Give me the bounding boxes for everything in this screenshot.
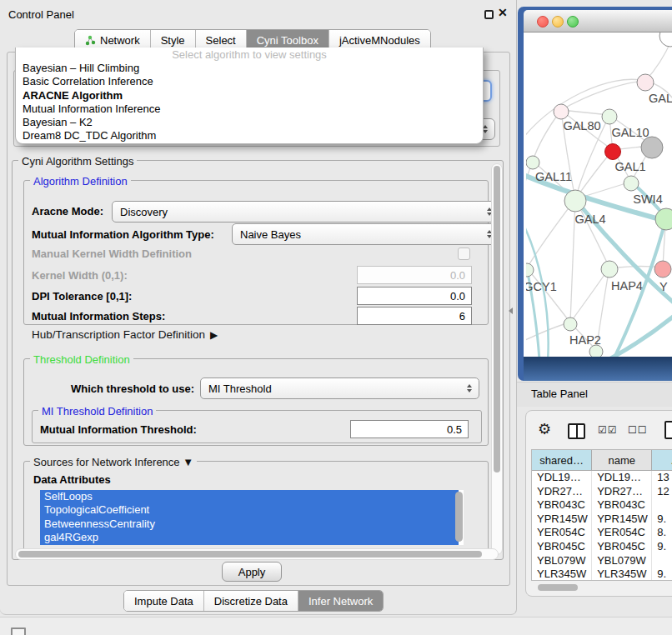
aracne-mode-combobox[interactable]: Discovery bbox=[112, 201, 499, 222]
expand-right-icon[interactable]: ▶ bbox=[210, 329, 218, 341]
cyni-bottom-tabbar: Impute Data Discretize Data Infer Networ… bbox=[123, 590, 384, 612]
attribute-list-item[interactable]: SelfLoops bbox=[40, 490, 459, 503]
network-node[interactable] bbox=[589, 345, 603, 357]
settings-vertical-scrollbar[interactable] bbox=[491, 163, 503, 555]
mi-algorithm-type-combobox[interactable]: Naive Bayes bbox=[232, 223, 499, 245]
network-node-label: HAP4 bbox=[611, 279, 643, 292]
network-canvas-area[interactable]: GALGAL80GAL10GAL1GAL11SWI4GAL4GCY1HAP4YH… bbox=[524, 32, 672, 357]
tab-discretize-data[interactable]: Discretize Data bbox=[204, 591, 298, 611]
network-node[interactable] bbox=[564, 190, 586, 212]
table-row[interactable]: YBR045CYBR045C9. bbox=[532, 540, 672, 554]
network-node-label: GAL1 bbox=[614, 160, 645, 173]
table-cell: 9. bbox=[652, 568, 672, 581]
column-header[interactable]: A bbox=[652, 450, 672, 470]
network-node-label: GAL11 bbox=[535, 170, 572, 183]
network-node[interactable] bbox=[554, 104, 569, 119]
hide-columns-icon[interactable]: ☐☐ bbox=[628, 424, 648, 436]
attribute-list-item[interactable]: TopologicalCoefficient bbox=[40, 503, 459, 517]
table-file-icon[interactable] bbox=[664, 421, 672, 439]
collapse-down-icon[interactable]: ▼ bbox=[183, 456, 193, 468]
network-node-label: GAL80 bbox=[563, 119, 600, 132]
mi-threshold-input[interactable] bbox=[350, 420, 469, 438]
network-node[interactable] bbox=[526, 156, 539, 169]
table-row[interactable]: YLR345WYLR345W9. bbox=[532, 568, 672, 581]
network-node-label: GAL10 bbox=[611, 126, 649, 139]
algorithm-option[interactable]: ARACNE Algorithm bbox=[16, 89, 483, 102]
table-cell: YDR27… bbox=[592, 485, 652, 499]
table-panel-body: ⚙ ☑☑ ☐☐ shared… name A YDL19…YDL19…13YDR… bbox=[525, 410, 672, 597]
apply-button[interactable]: Apply bbox=[222, 562, 282, 582]
network-node[interactable] bbox=[654, 261, 671, 278]
table-row[interactable]: YBL079WYBL079W bbox=[532, 554, 672, 568]
network-node[interactable] bbox=[624, 176, 639, 191]
table-cell: YER054C bbox=[532, 526, 592, 540]
mi-steps-input[interactable] bbox=[357, 307, 472, 325]
minimized-panel-icon[interactable] bbox=[11, 628, 26, 635]
network-edge[interactable] bbox=[561, 81, 645, 110]
scrollbar-thumb[interactable] bbox=[18, 551, 482, 558]
dpi-tolerance-input[interactable] bbox=[357, 287, 472, 305]
algorithm-option[interactable]: Bayesian – Hill Climbing bbox=[16, 62, 483, 75]
network-node[interactable] bbox=[655, 208, 672, 230]
network-node[interactable] bbox=[605, 144, 621, 160]
tab-impute-data[interactable]: Impute Data bbox=[124, 591, 204, 611]
kernel-width-input[interactable] bbox=[357, 266, 472, 284]
tab-network-label: Network bbox=[100, 34, 140, 47]
network-node[interactable] bbox=[637, 74, 654, 91]
column-layout-icon[interactable] bbox=[568, 423, 585, 439]
network-edge[interactable] bbox=[606, 314, 672, 357]
close-window-icon[interactable] bbox=[537, 16, 549, 28]
table-horizontal-scrollbar[interactable] bbox=[538, 584, 578, 591]
algorithm-option[interactable]: Dream8 DC_TDC Algorithm bbox=[16, 129, 483, 142]
attribute-list-item[interactable]: BetweennessCentrality bbox=[40, 518, 459, 531]
minimize-window-icon[interactable] bbox=[552, 16, 564, 28]
table-cell: YBR043C bbox=[592, 498, 652, 512]
manual-kernel-width-checkbox[interactable] bbox=[458, 248, 470, 260]
network-canvas[interactable]: GALGAL80GAL10GAL1GAL11SWI4GAL4GCY1HAP4YH… bbox=[526, 32, 672, 357]
table-cell: YPR145W bbox=[592, 512, 652, 527]
network-node[interactable] bbox=[659, 32, 672, 47]
algorithm-option[interactable]: Bayesian – K2 bbox=[16, 116, 483, 129]
table-cell bbox=[652, 498, 672, 512]
table-row[interactable]: YBR043CYBR043C bbox=[532, 498, 672, 512]
show-columns-icon[interactable]: ☑☑ bbox=[598, 424, 618, 436]
network-node[interactable] bbox=[602, 109, 617, 124]
network-node-label: GCY1 bbox=[526, 280, 557, 293]
network-node[interactable] bbox=[601, 261, 618, 278]
which-threshold-combobox[interactable]: MI Threshold bbox=[200, 378, 479, 399]
attribute-list-item[interactable]: gal4RGexp bbox=[40, 531, 459, 544]
hub-definition-expander[interactable]: Hub/Transcription Factor Definition▶ bbox=[32, 328, 218, 341]
status-strip bbox=[0, 617, 672, 635]
table-row[interactable]: YDL19…YDL19…13 bbox=[532, 471, 672, 485]
scrollbar-thumb[interactable] bbox=[494, 166, 500, 472]
attributes-list-scrollbar[interactable] bbox=[455, 492, 463, 542]
table-cell: 8. bbox=[652, 526, 672, 540]
threshold-definition-legend: Threshold Definition bbox=[30, 353, 133, 366]
zoom-window-icon[interactable] bbox=[567, 16, 579, 28]
close-panel-icon[interactable]: ✕ bbox=[498, 6, 508, 19]
sources-legend[interactable]: Sources for Network Inference ▼ bbox=[30, 456, 197, 468]
network-edge[interactable] bbox=[570, 268, 609, 322]
table-row[interactable]: YPR145WYPR145W9. bbox=[532, 512, 672, 527]
table-row[interactable]: YER054CYER054C8. bbox=[532, 526, 672, 540]
cyni-algorithm-settings-legend: Cyni Algorithm Settings bbox=[18, 155, 137, 168]
network-node[interactable] bbox=[564, 318, 577, 331]
settings-gear-icon[interactable]: ⚙ bbox=[538, 422, 551, 437]
app-root: Control Panel ✕ Network Style Select Cyn… bbox=[0, 0, 672, 635]
network-node[interactable] bbox=[641, 137, 663, 158]
network-node-label: GAL4 bbox=[574, 212, 605, 226]
column-header[interactable]: shared… bbox=[532, 450, 592, 470]
float-window-icon[interactable] bbox=[484, 10, 494, 19]
table-cell: YDR27… bbox=[532, 485, 592, 499]
splitter-collapse-arrow[interactable] bbox=[509, 308, 513, 314]
column-header[interactable]: name bbox=[592, 450, 652, 470]
tab-infer-network[interactable]: Infer Network bbox=[298, 591, 383, 611]
network-window-titlebar[interactable] bbox=[524, 10, 672, 32]
table-row[interactable]: YDR27…YDR27…12 bbox=[532, 485, 672, 499]
manual-kernel-width-label: Manual Kernel Width Definition bbox=[32, 248, 192, 260]
algorithm-option[interactable]: Mutual Information Inference bbox=[16, 102, 483, 116]
settings-horizontal-scrollbar[interactable] bbox=[15, 548, 499, 560]
network-edge[interactable] bbox=[527, 199, 575, 268]
table-cell: YPR145W bbox=[532, 512, 592, 527]
algorithm-option[interactable]: Basic Correlation Inference bbox=[16, 75, 483, 88]
